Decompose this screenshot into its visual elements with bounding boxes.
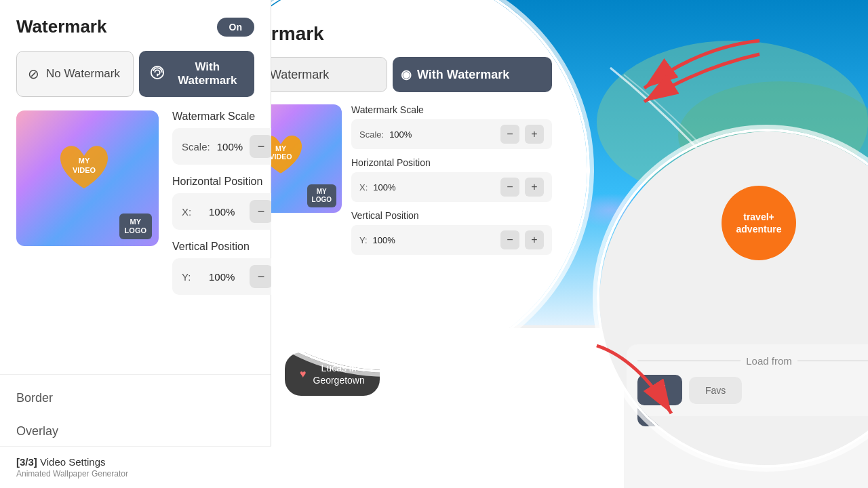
main-container: Watermark On ⊘ No Watermark — [0, 0, 868, 488]
sidebar: Watermark On ⊘ No Watermark — [0, 0, 271, 488]
watermark-toggle-row: ⊘ No Watermark With Watermark — [16, 51, 254, 97]
travel-adventure-badge: travel+ adventure — [732, 271, 800, 339]
svg-point-6 — [529, 169, 692, 237]
v-control-row: Y: 100% − + — [172, 258, 312, 295]
lucas-label: Lucas in Georgetown — [313, 362, 365, 386]
watermark-body: MY VIDEO MY LOGO Watermark Scale Scale: — [16, 110, 254, 295]
sidebar-content: Watermark On ⊘ No Watermark — [0, 0, 271, 374]
sidebar-item-overlay[interactable]: Overlay — [0, 415, 271, 448]
h-pos-control-group: Horizontal Position X: 100% − + — [172, 176, 312, 230]
scale-minus-button[interactable]: − — [250, 135, 273, 158]
toggle-on-button[interactable]: On — [217, 18, 254, 37]
h-value: 100% — [209, 206, 243, 218]
watermark-preview: MY VIDEO MY LOGO — [16, 110, 159, 246]
scale-label: Watermark Scale — [172, 110, 312, 123]
scale-plus-button[interactable]: + — [279, 135, 302, 158]
ban-icon: ⊘ — [28, 66, 39, 82]
progress-bar-fill — [271, 325, 326, 328]
h-control-row: X: 100% − + — [172, 193, 312, 230]
watermark-header: Watermark On — [16, 16, 254, 37]
with-watermark-button[interactable]: With Watermark — [139, 51, 255, 97]
sidebar-item-border[interactable]: Border — [0, 382, 271, 415]
h-axis-label: X: — [182, 206, 202, 218]
v-value: 100% — [209, 271, 243, 283]
load-favs-button[interactable]: Favs — [696, 394, 757, 425]
preview-logo-badge: MY LOGO — [119, 214, 152, 239]
load-buttons-row: AI Favs › — [637, 392, 854, 426]
load-from-title: Load from — [637, 380, 854, 392]
h-plus-button[interactable]: + — [279, 200, 302, 223]
v-pos-label: Vertical Position — [172, 241, 312, 253]
scale-value: 100% — [217, 141, 243, 152]
fingerprint-icon — [150, 65, 165, 83]
h-pos-label: Horizontal Position — [172, 176, 312, 188]
v-plus-button[interactable]: + — [279, 265, 302, 288]
load-ai-button[interactable]: AI — [637, 392, 689, 426]
watermark-controls: Watermark Scale Scale: 100% − + Horizont… — [172, 110, 312, 295]
svg-text:MY: MY — [79, 157, 90, 165]
heart-icon: ♥ — [300, 367, 307, 382]
v-minus-button[interactable]: − — [250, 265, 273, 288]
my-video-preview-icon: MY VIDEO — [54, 138, 115, 199]
no-watermark-button[interactable]: ⊘ No Watermark — [16, 51, 134, 97]
step-subtitle: Animated Wallpaper Generator — [16, 469, 255, 479]
bottom-bar: [3/3] Video Settings Animated Wallpaper … — [0, 446, 271, 488]
lucas-georgetown-button[interactable]: ♥ Lucas in Georgetown — [285, 352, 380, 396]
load-from-panel: Load from AI Favs › — [624, 366, 868, 488]
h-minus-button[interactable]: − — [250, 200, 273, 223]
scale-control-row: Scale: 100% − + — [172, 128, 312, 165]
svg-text:VIDEO: VIDEO — [73, 166, 96, 174]
load-arrow-button[interactable]: › — [823, 392, 854, 426]
right-area: ♥ Lucas in Georgetown travel+ adventure … — [271, 0, 868, 488]
watermark-title: Watermark — [16, 16, 106, 37]
scale-control-group: Watermark Scale Scale: 100% − + — [172, 110, 312, 165]
v-pos-control-group: Vertical Position Y: 100% − + — [172, 241, 312, 295]
step-info: [3/3] Video Settings — [16, 456, 255, 468]
scale-axis-label: Scale: — [182, 141, 210, 152]
v-axis-label: Y: — [182, 271, 202, 283]
